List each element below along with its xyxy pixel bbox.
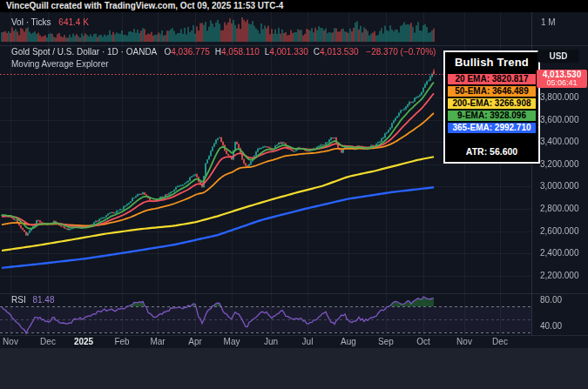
ohlc-prefix: C bbox=[314, 47, 320, 57]
price-tick-label: 3,200.000 bbox=[540, 159, 579, 169]
ema-legend-row: 50-EMA: 3646.489 bbox=[448, 86, 536, 97]
watermark-text: VinceQuill created with TradingView.com,… bbox=[6, 1, 283, 10]
last-price-tag: 4,013.530 05:06:41 bbox=[537, 70, 587, 88]
rsi-label: RSI bbox=[11, 295, 26, 305]
symbol-legend-row[interactable]: Gold Spot / U.S. Dollar · 1D · OANDA O4,… bbox=[11, 47, 436, 57]
time-tick-label: Dec bbox=[40, 337, 56, 346]
ema-legend-row: 365-EMA: 2992.710 bbox=[448, 123, 536, 133]
rsi-value: 81.48 bbox=[32, 295, 54, 305]
time-tick-label: May bbox=[224, 337, 240, 346]
symbol-title[interactable]: Gold Spot / U.S. Dollar · 1D · OANDA bbox=[11, 47, 157, 57]
price-tick-label: 2,800.000 bbox=[540, 204, 579, 213]
atr-value-label: ATR: 56.600 bbox=[448, 146, 536, 157]
ohlc-number: 4,001.330 bbox=[269, 47, 308, 57]
price-tick-label: 2,200.000 bbox=[540, 271, 579, 280]
footer-bar: TradingView bbox=[0, 348, 588, 389]
time-tick-label: Apr bbox=[188, 337, 202, 346]
pane-separator-rsi[interactable] bbox=[0, 293, 588, 294]
currency-button[interactable]: USD bbox=[537, 50, 579, 63]
price-tick-label: 2,400.000 bbox=[540, 248, 579, 258]
rsi-pane-legend[interactable]: RSI 81.48 bbox=[11, 295, 54, 305]
volume-scale-label: 1 M bbox=[541, 17, 556, 27]
time-tick-label: Dec bbox=[492, 337, 508, 346]
ohlc-values: O4,036.775H4,058.110L4,001.330C4,013.530 bbox=[159, 47, 359, 57]
price-tick-label: 3,800.000 bbox=[540, 92, 579, 102]
ema-legend-rows: 20 EMA: 3820.81750-EMA: 3646.489200-EMA:… bbox=[448, 74, 536, 133]
pane-separator-volume[interactable] bbox=[0, 45, 588, 46]
time-tick-label: Jul bbox=[302, 337, 314, 346]
time-tick-label: Sep bbox=[378, 337, 394, 346]
price-tick-label: 3,000.000 bbox=[540, 181, 579, 191]
time-tick-label: Oct bbox=[416, 337, 430, 346]
volume-value: 641.4 K bbox=[58, 17, 88, 27]
bar-countdown: 05:06:41 bbox=[537, 79, 587, 87]
rsi-tick-label: 80.00 bbox=[540, 295, 562, 305]
price-tick-label: 3,600.000 bbox=[540, 115, 579, 124]
price-tick-label: 3,400.000 bbox=[540, 137, 579, 146]
price-tick-label: 2,600.000 bbox=[540, 226, 579, 236]
time-tick-label: Jun bbox=[264, 337, 278, 346]
ma-explorer-legend-panel: Bullish Trend 20 EMA: 3820.81750-EMA: 36… bbox=[443, 50, 540, 164]
ohlc-number: 4,058.110 bbox=[221, 47, 260, 57]
indicator-title[interactable]: Moving Average Explorer bbox=[11, 59, 109, 69]
rsi-tick-label: 40.00 bbox=[540, 321, 562, 331]
watermark-title-bar: VinceQuill created with TradingView.com,… bbox=[0, 0, 588, 12]
time-tick-label: Feb bbox=[114, 337, 129, 346]
ema-legend-row: 9-EMA: 3928.096 bbox=[448, 111, 536, 121]
ohlc-number: 4,036.775 bbox=[171, 47, 210, 57]
ohlc-prefix: H bbox=[215, 47, 221, 57]
time-tick-label: Nov bbox=[3, 337, 18, 346]
time-tick-label: Nov bbox=[456, 337, 472, 346]
change-value: −28.370 (−0.70%) bbox=[366, 47, 436, 57]
trend-status-label: Bullish Trend bbox=[448, 54, 536, 72]
time-tick-label: Mar bbox=[150, 337, 165, 346]
ema-legend-row: 20 EMA: 3820.817 bbox=[448, 74, 536, 84]
time-axis-separator bbox=[0, 335, 588, 336]
tradingview-chart-page: { "title_bar": { "text": "VinceQuill cre… bbox=[0, 0, 588, 389]
time-tick-label: 2025 bbox=[74, 337, 93, 346]
ohlc-number: 4,013.530 bbox=[320, 47, 359, 57]
volume-pane-legend[interactable]: Vol · Ticks 641.4 K bbox=[11, 17, 89, 27]
ema-legend-row: 200-EMA: 3266.908 bbox=[448, 98, 536, 109]
time-tick-label: Aug bbox=[341, 337, 356, 346]
volume-label: Vol · Ticks bbox=[11, 17, 51, 27]
